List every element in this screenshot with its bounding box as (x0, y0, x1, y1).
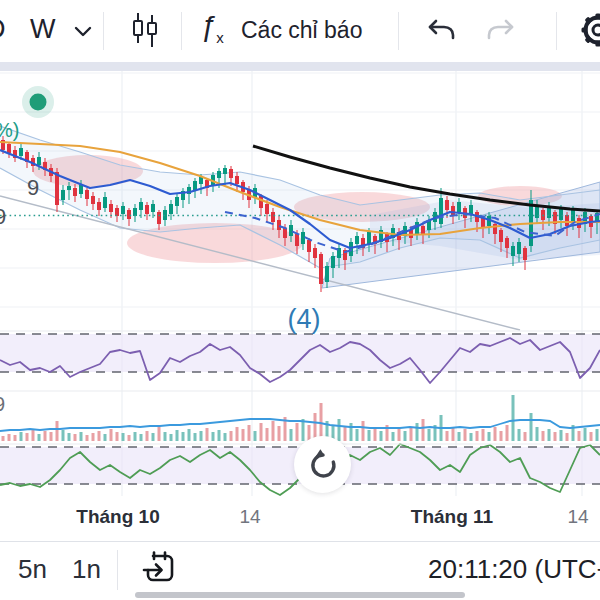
refresh-button[interactable] (294, 436, 351, 493)
chart-style-button[interactable] (120, 8, 170, 54)
svg-text:9: 9 (0, 204, 6, 229)
toolbar-divider (117, 550, 118, 590)
marker-dot (22, 86, 54, 118)
annotation-label: (4) (288, 304, 321, 334)
svg-text:Tháng 11: Tháng 11 (411, 506, 494, 527)
toolbar-divider (181, 12, 182, 50)
rsi-panel (0, 334, 600, 383)
interval-partial-label: D (0, 14, 6, 45)
undo-icon (425, 17, 457, 43)
undo-button[interactable] (418, 10, 464, 52)
svg-text:Tháng 10: Tháng 10 (76, 506, 159, 527)
toolbar-divider (556, 12, 557, 50)
interval-5n-button[interactable]: 5n (18, 554, 47, 585)
svg-text:%): %) (0, 119, 19, 141)
redo-icon (485, 17, 517, 43)
indicators-label: Các chỉ báo (241, 17, 362, 44)
bottom-toolbar: 5n 1n 20:11:20 (UTC+ (0, 541, 600, 600)
goto-date-button[interactable] (138, 548, 180, 590)
settings-button[interactable] (574, 8, 600, 54)
clock-display[interactable]: 20:11:20 (UTC+ (428, 554, 600, 585)
interval-1n-button[interactable]: 1n (72, 554, 101, 585)
trading-app-screen: %)999 (4) Tháng 1014Tháng 1114 D W ƒx Cá (0, 0, 600, 600)
interval-label: W (30, 14, 55, 45)
calendar-goto-icon (141, 550, 177, 586)
refresh-icon (305, 447, 341, 483)
gear-icon (576, 8, 600, 52)
redo-button[interactable] (478, 10, 524, 52)
fx-icon: ƒx (200, 10, 224, 46)
home-indicator-bar (135, 592, 465, 598)
svg-text:14: 14 (239, 506, 261, 527)
chart-canvas[interactable]: %)999 (4) Tháng 1014Tháng 1114 (0, 0, 600, 600)
svg-text:9: 9 (0, 393, 5, 415)
top-toolbar: D W ƒx Các chỉ báo (0, 0, 600, 62)
toolbar-chart-divider-strip (0, 62, 600, 71)
candlestick-icon (130, 11, 160, 49)
svg-text:14: 14 (567, 506, 589, 527)
svg-text:9: 9 (27, 175, 39, 200)
chevron-down-icon (74, 26, 92, 37)
grid-layer (0, 71, 600, 496)
toolbar-divider (103, 12, 104, 50)
toolbar-divider (398, 12, 399, 50)
time-axis: Tháng 1014Tháng 1114 (76, 506, 589, 527)
svg-text:(4): (4) (288, 304, 321, 334)
volume-panel (0, 395, 600, 441)
